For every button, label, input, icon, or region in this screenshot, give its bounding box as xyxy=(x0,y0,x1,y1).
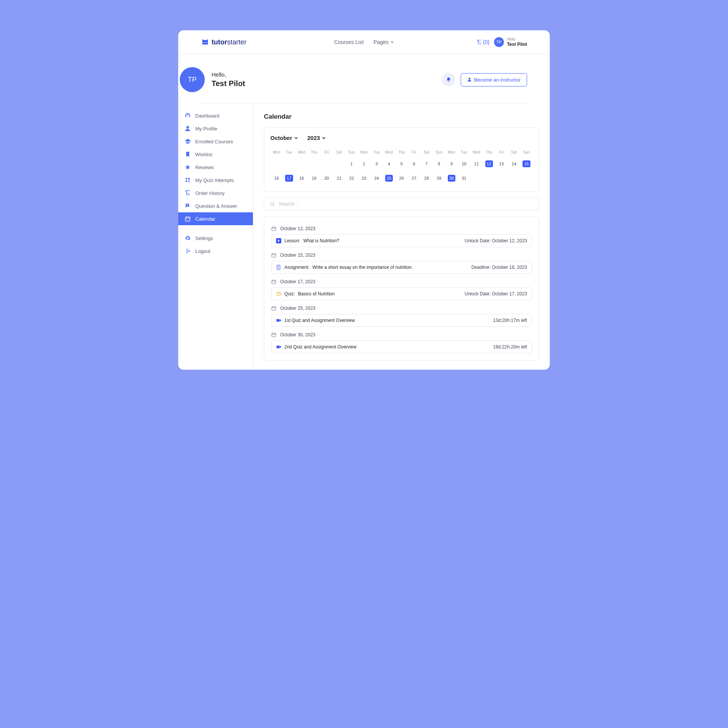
right-nav: (0) TP Hello Test Pilot xyxy=(476,37,527,47)
sidebar-item-enrolled-courses[interactable]: Enrolled Courses xyxy=(178,135,253,148)
event-title: What is Nutrition? xyxy=(303,238,339,243)
sidebar-item-label: Order History xyxy=(195,190,224,196)
calendar-day[interactable]: 12 xyxy=(483,158,495,170)
event-date-header: October 25, 2023 xyxy=(271,306,532,311)
weekday-label: Sat xyxy=(420,149,433,156)
graduation-icon xyxy=(185,138,191,144)
event-date-header: October 30, 2023 xyxy=(271,332,532,337)
weekday-label: Tue xyxy=(370,149,383,156)
weekday-label: Sat xyxy=(508,149,520,156)
search-input[interactable] xyxy=(279,201,533,207)
calendar-day[interactable]: 29 xyxy=(433,173,445,185)
calendar-day[interactable]: 5 xyxy=(395,158,408,170)
calendar-day[interactable]: 25 xyxy=(383,173,395,185)
events-card: October 12, 2023Lesson:What is Nutrition… xyxy=(264,217,539,361)
month-select[interactable]: October xyxy=(270,135,298,141)
event-row[interactable]: Quiz:Basics of NutritionUnlock Date: Oct… xyxy=(271,287,532,300)
weekday-label: Sat xyxy=(333,149,345,156)
logo-bold: tutor xyxy=(212,38,227,46)
calendar-day[interactable]: 11 xyxy=(470,158,483,170)
event-row[interactable]: Assignment:Write a short essay on the im… xyxy=(271,261,532,274)
calendar-day[interactable]: 13 xyxy=(495,158,508,170)
calendar-day xyxy=(483,173,495,185)
sidebar-item-question-answer[interactable]: Question & Answer xyxy=(178,199,253,212)
sidebar-item-order-history[interactable]: Order History xyxy=(178,187,253,199)
svg-rect-9 xyxy=(272,307,276,310)
profile-header: TP Hello, Test Pilot Become an instructo… xyxy=(201,54,527,104)
calendar-day[interactable]: 30 xyxy=(445,173,458,185)
calendar-day[interactable]: 1 xyxy=(345,158,358,170)
sidebar: Dashboard My Profile Enrolled Courses Wi… xyxy=(178,104,253,370)
sidebar-item-label: Calendar xyxy=(195,216,215,222)
star-icon xyxy=(185,164,191,170)
calendar-day[interactable]: 6 xyxy=(408,158,420,170)
sidebar-item-dashboard[interactable]: Dashboard xyxy=(178,109,253,122)
weekday-label: Fri xyxy=(408,149,420,156)
bell-icon xyxy=(446,77,451,82)
user-menu[interactable]: TP Hello Test Pilot xyxy=(494,37,527,47)
user-hello: Hello xyxy=(507,37,527,42)
calendar-day[interactable]: 16 xyxy=(270,173,283,185)
assignment-icon xyxy=(276,265,281,270)
calendar-day[interactable]: 22 xyxy=(345,173,358,185)
notifications-button[interactable] xyxy=(442,73,455,86)
event-row[interactable]: 2nd Quiz and Assignment Overview18d:22h:… xyxy=(271,340,532,353)
calendar-day[interactable]: 7 xyxy=(420,158,433,170)
calendar-day[interactable]: 15 xyxy=(520,158,533,170)
calendar-day[interactable]: 3 xyxy=(370,158,383,170)
calendar-day[interactable]: 21 xyxy=(333,173,345,185)
calendar-day[interactable]: 2 xyxy=(358,158,370,170)
sidebar-item-label: Logout xyxy=(195,248,210,254)
calendar-day[interactable]: 20 xyxy=(320,173,333,185)
calendar-day[interactable]: 31 xyxy=(458,173,470,185)
nav-pages[interactable]: Pages xyxy=(373,39,394,45)
user-name: Test Pilot xyxy=(507,42,527,47)
calendar-day[interactable]: 10 xyxy=(458,158,470,170)
svg-rect-0 xyxy=(185,217,190,221)
nav-courses-list[interactable]: Courses List xyxy=(334,39,364,45)
calendar-day[interactable]: 18 xyxy=(295,173,308,185)
sidebar-item-label: Enrolled Courses xyxy=(195,139,233,144)
calendar-day[interactable]: 8 xyxy=(433,158,445,170)
sidebar-item-logout[interactable]: Logout xyxy=(178,245,253,257)
calendar-day[interactable]: 26 xyxy=(395,173,408,185)
cart-icon xyxy=(476,39,482,45)
search-bar[interactable] xyxy=(264,197,539,210)
year-select[interactable]: 2023 xyxy=(308,135,326,141)
sidebar-item-wishlist[interactable]: Wishlist xyxy=(178,148,253,161)
profile-name: Test Pilot xyxy=(212,79,245,88)
calendar-day[interactable]: 28 xyxy=(420,173,433,185)
cart-button[interactable]: (0) xyxy=(476,39,490,45)
sidebar-item-quiz-attempts[interactable]: My Quiz Attempts xyxy=(178,174,253,187)
calendar-day[interactable]: 4 xyxy=(383,158,395,170)
sidebar-item-label: Question & Answer xyxy=(195,203,237,209)
event-row[interactable]: 1st Quiz and Assignment Overview13d:20h:… xyxy=(271,314,532,327)
event-title: Basics of Nutrition xyxy=(298,291,335,297)
chevron-down-icon xyxy=(322,136,326,140)
calendar-day[interactable]: 27 xyxy=(408,173,420,185)
calendar-day[interactable]: 9 xyxy=(445,158,458,170)
logo[interactable]: tutorstarter xyxy=(201,38,246,46)
sidebar-item-my-profile[interactable]: My Profile xyxy=(178,122,253,135)
calendar-day[interactable]: 17 xyxy=(283,173,295,185)
event-row[interactable]: Lesson:What is Nutrition?Unlock Date: Oc… xyxy=(271,234,532,247)
sidebar-item-reviews[interactable]: Reviews xyxy=(178,161,253,174)
event-meta: Deadline: October 16, 2023 xyxy=(471,265,527,270)
calendar-day[interactable]: 14 xyxy=(508,158,520,170)
event-meta: Unlock Date: October 17, 2023 xyxy=(464,291,527,297)
sidebar-item-settings[interactable]: Settings xyxy=(178,232,253,245)
event-meta: Unlock Date: October 12, 2023 xyxy=(464,238,527,243)
calendar-day[interactable]: 19 xyxy=(308,173,320,185)
calendar-day[interactable]: 23 xyxy=(358,173,370,185)
weekday-label: Mon xyxy=(270,149,283,156)
calendar-day xyxy=(333,158,345,170)
sidebar-item-calendar[interactable]: Calendar xyxy=(178,212,253,225)
become-instructor-button[interactable]: Become an instructor xyxy=(461,73,527,86)
calendar-day xyxy=(283,158,295,170)
calendar-icon xyxy=(185,216,191,222)
qa-icon xyxy=(185,203,191,209)
sidebar-item-label: Settings xyxy=(195,235,213,241)
calendar-day xyxy=(470,173,483,185)
sidebar-item-label: Wishlist xyxy=(195,152,212,157)
calendar-day[interactable]: 24 xyxy=(370,173,383,185)
